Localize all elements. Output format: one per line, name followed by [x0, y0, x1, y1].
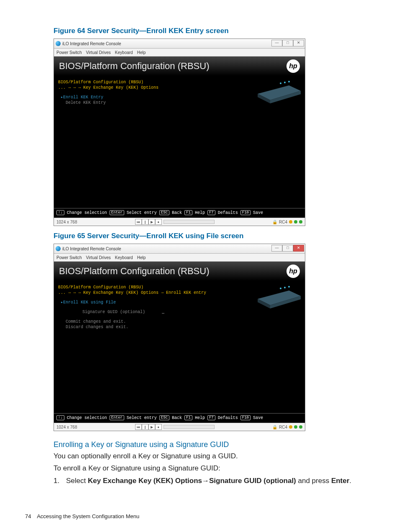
key-enter-label: Select entry [127, 416, 157, 420]
key-f1: F1 [184, 415, 192, 420]
key-f7-label: Defaults [218, 211, 238, 215]
server-image-icon [256, 284, 302, 309]
menu-power-switch[interactable]: Power Switch [56, 255, 82, 260]
key-f7: F7 [207, 210, 215, 215]
window-title: iLO Integrated Remote Console [62, 41, 121, 46]
menu-discard-exit[interactable]: Discard changes and exit. [58, 324, 301, 330]
page-footer: 74 Accessing the System Configuration Me… [25, 513, 139, 519]
t: and press [296, 477, 331, 485]
status-bar: 1024 x 768 ⏮ ‖ ▶ ● 🔒 RC4 [54, 218, 305, 226]
status-dot-2 [294, 425, 297, 429]
screenshot-figure-64: iLO Integrated Remote Console — □ ✕ Powe… [54, 39, 305, 226]
minimize-button[interactable]: — [271, 40, 282, 46]
key-esc: ESC [159, 210, 169, 215]
status-dot-1 [289, 425, 292, 429]
key-updown-label: Change selection [67, 211, 107, 215]
ilo-icon [56, 41, 61, 46]
key-f1-label: Help [195, 416, 205, 420]
svg-point-4 [284, 82, 286, 83]
key-f10-label: Save [253, 211, 263, 215]
window-title: iLO Integrated Remote Console [62, 247, 121, 251]
screenshot-figure-65: iLO Integrated Remote Console — □ ✕ Powe… [54, 244, 305, 431]
page-number: 74 [25, 513, 31, 519]
ilo-icon [56, 246, 61, 251]
menu-virtual-drives[interactable]: Virtual Drives [86, 50, 111, 55]
skip-back-button[interactable]: ⏮ [135, 424, 142, 430]
play-button[interactable]: ▶ [148, 219, 155, 225]
status-bar: 1024 x 768 ⏮ ‖ ▶ ● 🔒 RC4 [54, 423, 305, 431]
t: Key Exchange Key (KEK) Options [88, 477, 202, 485]
close-button[interactable]: ✕ [293, 40, 304, 46]
lock-icon: 🔒 [272, 425, 277, 429]
menu-virtual-drives[interactable]: Virtual Drives [86, 255, 111, 260]
svg-point-11 [288, 286, 290, 288]
window-titlebar: iLO Integrated Remote Console — □ ✕ [54, 244, 305, 254]
status-dot-3 [299, 425, 302, 429]
record-button[interactable]: ● [155, 219, 162, 225]
menu-keyboard[interactable]: Keyboard [115, 50, 133, 55]
resolution-label: 1024 x 768 [56, 425, 77, 429]
figure-caption: Figure 65 Server Security—Enroll KEK usi… [54, 232, 374, 240]
step-number: 1. [54, 476, 66, 486]
hp-logo-icon: hp [286, 59, 300, 73]
bios-title: BIOS/Platform Configuration (RBSU) [59, 61, 209, 72]
rc-label: RC4 [279, 220, 287, 224]
maximize-button[interactable]: □ [282, 245, 293, 252]
t: Signature GUID (optional) [209, 477, 296, 485]
svg-point-10 [284, 287, 286, 288]
key-f10: F10 [240, 415, 251, 420]
key-help-bar: ↑↓Change selection EnterSelect entry ESC… [54, 413, 305, 423]
key-f10-label: Save [253, 416, 263, 420]
menu-power-switch[interactable]: Power Switch [56, 50, 82, 55]
hp-logo-icon: hp [286, 265, 300, 278]
progress-bar[interactable] [164, 220, 215, 224]
field-value: _ [162, 310, 164, 314]
section-heading: Enrolling a Key or Signature using a Sig… [54, 440, 374, 449]
t: Select [66, 477, 88, 485]
body-text: You can optionally enroll a Key or Signa… [54, 452, 374, 461]
body-text: To enroll a Key or Signature using a Sig… [54, 464, 374, 473]
bios-header: BIOS/Platform Configuration (RBSU) hp [54, 262, 305, 281]
key-esc-label: Back [172, 211, 182, 215]
menu-help[interactable]: Help [137, 50, 146, 55]
key-f7: F7 [207, 415, 215, 420]
play-button[interactable]: ▶ [148, 424, 155, 430]
step-text: Select Key Exchange Key (KEK) Options→Si… [66, 476, 351, 486]
menu-help[interactable]: Help [137, 255, 146, 260]
bios-body: BIOS/Platform Configuration (RBSU) ... →… [54, 281, 305, 413]
maximize-button[interactable]: □ [282, 40, 293, 46]
menubar: Power Switch Virtual Drives Keyboard Hel… [54, 49, 305, 57]
step-1: 1. Select Key Exchange Key (KEK) Options… [54, 476, 374, 486]
close-button[interactable]: ✕ [293, 245, 304, 252]
progress-bar[interactable] [164, 425, 215, 429]
key-enter: Enter [110, 210, 124, 215]
key-f1: F1 [184, 210, 192, 215]
server-image-icon [256, 79, 302, 104]
footer-text: Accessing the System Configuration Menu [37, 513, 139, 519]
menu-commit-exit[interactable]: Commit changes and exit. [58, 319, 301, 324]
figure-caption: Figure 64 Server Security—Enroll KEK Ent… [54, 27, 374, 35]
svg-point-9 [280, 288, 281, 289]
field-signature-guid[interactable]: Signature GUID (optional) _ [58, 309, 301, 315]
pause-button[interactable]: ‖ [142, 424, 148, 430]
bios-body: BIOS/Platform Configuration (RBSU) ... →… [54, 76, 305, 208]
key-enter-label: Select entry [127, 211, 157, 215]
key-f10: F10 [240, 210, 251, 215]
resolution-label: 1024 x 768 [56, 220, 77, 224]
key-updown-label: Change selection [67, 416, 107, 420]
svg-point-3 [280, 82, 281, 84]
rc-label: RC4 [279, 425, 287, 429]
record-button[interactable]: ● [155, 424, 162, 430]
skip-back-button[interactable]: ⏮ [135, 219, 142, 225]
svg-point-5 [288, 81, 290, 82]
t: → [202, 477, 209, 485]
status-dot-3 [299, 220, 302, 224]
t: . [349, 477, 351, 485]
window-titlebar: iLO Integrated Remote Console — □ ✕ [54, 39, 305, 49]
pause-button[interactable]: ‖ [142, 219, 148, 225]
key-esc-label: Back [172, 416, 182, 420]
key-esc: ESC [159, 415, 169, 420]
minimize-button[interactable]: — [271, 245, 282, 252]
key-enter: Enter [110, 415, 124, 420]
menu-keyboard[interactable]: Keyboard [115, 255, 133, 260]
